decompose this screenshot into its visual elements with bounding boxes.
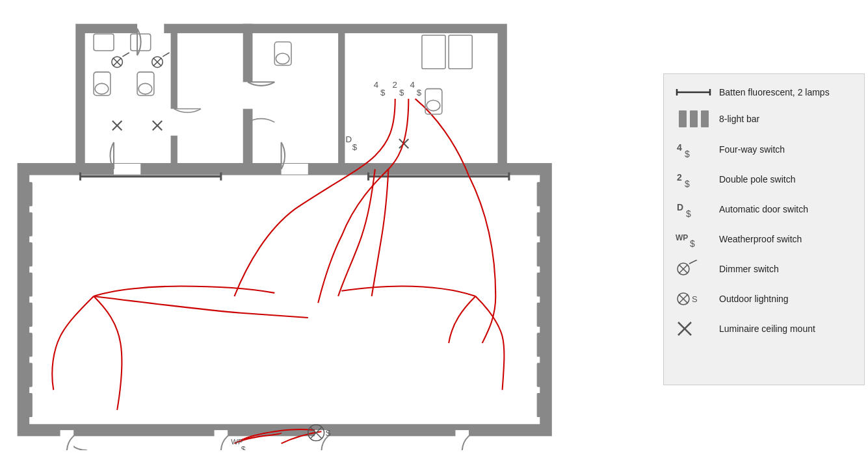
svg-text:S: S	[692, 294, 698, 304]
legend-symbol-fourway: 4 $	[674, 140, 713, 159]
legend-label-doublepole: Double pole switch	[719, 174, 796, 184]
legend-symbol-doublepole: 2 $	[674, 170, 713, 188]
svg-rect-21	[24, 333, 32, 356]
svg-text:2: 2	[393, 79, 397, 89]
svg-point-53	[138, 83, 152, 94]
svg-text:$: $	[685, 149, 690, 159]
svg-text:4: 4	[374, 79, 379, 89]
legend-item-fourway: 4 $ Four-way switch	[674, 140, 854, 159]
svg-text:D: D	[345, 134, 352, 144]
svg-rect-78	[449, 35, 472, 69]
legend-item-outdoor: S Outdoor lightning	[674, 290, 854, 308]
legend-panel: Batten fluorescent, 2 lamps 8-light bar …	[663, 73, 865, 385]
svg-rect-18	[24, 242, 32, 266]
legend-symbol-autodoor: D $	[674, 200, 713, 218]
legend-label-8lightbar: 8-light bar	[719, 114, 759, 124]
svg-text:$: $	[399, 87, 404, 97]
svg-line-98	[689, 260, 697, 264]
svg-rect-29	[537, 333, 545, 356]
svg-text:$: $	[685, 179, 690, 188]
svg-rect-30	[537, 363, 545, 387]
legend-item-dimmer: Dimmer switch	[674, 260, 854, 278]
svg-rect-0	[23, 169, 546, 430]
svg-text:4: 4	[410, 79, 415, 89]
svg-rect-16	[24, 182, 32, 205]
legend-label-weatherproof: Weatherproof switch	[719, 234, 802, 244]
svg-line-45	[163, 53, 169, 57]
legend-item-luminaire: Luminaire ceiling mount	[674, 320, 854, 338]
svg-rect-77	[422, 35, 445, 69]
legend-symbol-batten	[674, 87, 713, 97]
svg-rect-23	[24, 393, 32, 416]
svg-line-41	[122, 53, 129, 57]
svg-point-51	[95, 83, 109, 94]
svg-text:$: $	[417, 87, 422, 97]
svg-text:S: S	[326, 429, 331, 438]
svg-text:WP: WP	[676, 233, 688, 242]
svg-rect-25	[537, 212, 545, 236]
svg-rect-5	[80, 28, 248, 168]
svg-rect-28	[537, 303, 545, 326]
legend-label-dimmer: Dimmer switch	[719, 264, 779, 274]
legend-item-8lightbar: 8-light bar	[674, 109, 854, 129]
legend-item-batten: Batten fluorescent, 2 lamps	[674, 87, 854, 97]
svg-rect-6	[248, 28, 503, 168]
svg-point-80	[427, 100, 440, 110]
legend-item-doublepole: 2 $ Double pole switch	[674, 170, 854, 188]
svg-text:D: D	[677, 202, 683, 212]
svg-text:4: 4	[677, 142, 682, 153]
floor-plan: 4 $ 2 $ 4 $ D $	[13, 8, 657, 450]
svg-rect-31	[537, 393, 545, 416]
legend-symbol-luminaire	[674, 320, 713, 338]
legend-label-fourway: Four-way switch	[719, 144, 785, 155]
svg-rect-26	[537, 242, 545, 266]
svg-rect-27	[537, 272, 545, 296]
main-container: 4 $ 2 $ 4 $ D $	[0, 0, 868, 458]
legend-label-autodoor: Automatic door switch	[719, 204, 808, 214]
legend-symbol-weatherproof: WP $	[674, 230, 713, 248]
svg-rect-86	[701, 110, 709, 127]
svg-text:WP: WP	[231, 437, 243, 445]
svg-text:2: 2	[677, 172, 682, 183]
legend-item-weatherproof: WP $ Weatherproof switch	[674, 230, 854, 248]
legend-symbol-outdoor: S	[674, 290, 713, 308]
svg-text:$: $	[686, 209, 691, 218]
svg-rect-17	[24, 212, 32, 236]
svg-text:$: $	[690, 238, 695, 248]
legend-label-outdoor: Outdoor lightning	[719, 294, 789, 304]
legend-item-autodoor: D $ Automatic door switch	[674, 200, 854, 218]
svg-rect-20	[24, 303, 32, 326]
svg-point-57	[276, 53, 289, 64]
legend-label-luminaire: Luminaire ceiling mount	[719, 324, 815, 334]
legend-symbol-8lightbar	[674, 109, 713, 129]
legend-symbol-dimmer	[674, 260, 713, 278]
svg-text:$: $	[352, 142, 358, 152]
svg-text:$: $	[241, 445, 246, 450]
svg-rect-24	[537, 182, 545, 205]
svg-rect-54	[94, 34, 114, 51]
svg-rect-84	[679, 110, 687, 127]
svg-text:$: $	[380, 87, 386, 97]
legend-label-batten: Batten fluorescent, 2 lamps	[719, 87, 830, 97]
svg-rect-22	[24, 363, 32, 387]
svg-rect-85	[690, 110, 698, 127]
svg-rect-19	[24, 272, 32, 296]
